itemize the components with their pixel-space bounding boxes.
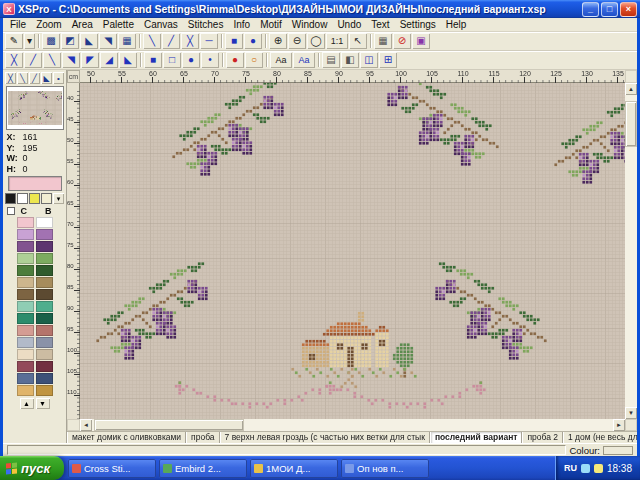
palette-swatch-c-3[interactable] bbox=[17, 253, 34, 264]
quick-swatch-3[interactable] bbox=[41, 193, 52, 204]
tab-0[interactable]: макет домик с оливковками bbox=[67, 432, 186, 443]
vertical-scrollbar[interactable]: ▲ ▼ bbox=[625, 83, 637, 419]
quarter-stitch-tool[interactable]: ◣ bbox=[80, 33, 98, 49]
palette-swatch-c-2[interactable] bbox=[17, 241, 34, 252]
design-canvas[interactable] bbox=[80, 83, 625, 419]
palette-swatch-b-3[interactable] bbox=[36, 253, 53, 264]
palette-swatch-c-9[interactable] bbox=[17, 325, 34, 336]
menu-palette[interactable]: Palette bbox=[98, 19, 139, 30]
solid-block-tool[interactable]: ■ bbox=[225, 33, 243, 49]
text-style-button[interactable]: Aa bbox=[293, 52, 315, 68]
menu-help[interactable]: Help bbox=[441, 19, 472, 30]
quick-swatch-1[interactable] bbox=[17, 193, 28, 204]
maximize-button[interactable]: □ bbox=[601, 2, 618, 17]
zoom-out-button[interactable]: ⊖ bbox=[288, 33, 306, 49]
horizontal-scrollbar[interactable]: ◄ ► bbox=[80, 419, 625, 431]
palette-swatch-b-4[interactable] bbox=[36, 265, 53, 276]
scroll-down-button[interactable]: ▼ bbox=[625, 407, 637, 419]
half-bottom-stitch-button[interactable]: ╲ bbox=[43, 52, 61, 68]
quarter-sw-button[interactable]: ◣ bbox=[119, 52, 137, 68]
task-button-1[interactable]: Embird 2... bbox=[159, 459, 247, 478]
zoom-area-button[interactable]: ◯ bbox=[307, 33, 325, 49]
menu-zoom[interactable]: Zoom bbox=[31, 19, 67, 30]
tab-4[interactable]: проба 2 bbox=[522, 432, 563, 443]
palette-editor-button[interactable]: ▤ bbox=[322, 52, 340, 68]
menu-window[interactable]: Window bbox=[287, 19, 333, 30]
palette-swatch-c-4[interactable] bbox=[17, 265, 34, 276]
straight-stitch-tool[interactable]: ─ bbox=[200, 33, 218, 49]
task-button-3[interactable]: Оп нов п... bbox=[341, 459, 429, 478]
horizontal-scroll-thumb[interactable] bbox=[94, 419, 244, 431]
palette-swatch-b-12[interactable] bbox=[36, 361, 53, 372]
half-stitch-tool[interactable]: ◩ bbox=[61, 33, 79, 49]
current-color-swatch[interactable] bbox=[8, 176, 62, 191]
motif-library-button[interactable]: ▣ bbox=[412, 33, 430, 49]
palette-swatch-b-9[interactable] bbox=[36, 325, 53, 336]
palette-swatch-b-1[interactable] bbox=[36, 229, 53, 240]
french-knot-tool[interactable]: ● bbox=[244, 33, 262, 49]
palette-swatch-b-14[interactable] bbox=[36, 385, 53, 396]
backstitch-nw-tool[interactable]: ╲ bbox=[143, 33, 161, 49]
red-knot-button[interactable]: ● bbox=[226, 52, 244, 68]
pencil-dropdown[interactable]: ▾ bbox=[24, 33, 35, 49]
vertical-scroll-track[interactable] bbox=[625, 95, 637, 407]
quick-swatch-2[interactable] bbox=[29, 193, 40, 204]
backstitch-ne-tool[interactable]: ╱ bbox=[162, 33, 180, 49]
palette-swatch-b-11[interactable] bbox=[36, 349, 53, 360]
palette-swatch-c-13[interactable] bbox=[17, 373, 34, 384]
menu-file[interactable]: File bbox=[5, 19, 31, 30]
menu-area[interactable]: Area bbox=[67, 19, 98, 30]
palette-swatch-c-10[interactable] bbox=[17, 337, 34, 348]
menu-stitches[interactable]: Stitches bbox=[183, 19, 229, 30]
scroll-up-button[interactable]: ▲ bbox=[625, 83, 637, 95]
palette-swatch-c-7[interactable] bbox=[17, 301, 34, 312]
pencil-tool[interactable]: ✎ bbox=[5, 33, 23, 49]
titlebar[interactable]: X XSPro - C:\Documents and Settings\Rimm… bbox=[0, 0, 640, 18]
horizontal-scroll-track[interactable] bbox=[92, 419, 613, 431]
palette-swatch-b-0[interactable] bbox=[36, 217, 53, 228]
zoom-actual-button[interactable]: 1:1 bbox=[326, 33, 348, 49]
task-button-2[interactable]: 1МОИ Д... bbox=[250, 459, 338, 478]
quick-swatch-0[interactable] bbox=[5, 193, 16, 204]
backstitch-cross-tool[interactable]: ╳ bbox=[181, 33, 199, 49]
quarter-ne-button[interactable]: ◥ bbox=[62, 52, 80, 68]
palette-swatch-b-6[interactable] bbox=[36, 289, 53, 300]
palette-swatch-c-6[interactable] bbox=[17, 289, 34, 300]
petite-stitch-tool[interactable]: ▦ bbox=[118, 33, 136, 49]
delete-tool[interactable]: ⊘ bbox=[393, 33, 411, 49]
large-knot-button[interactable]: ● bbox=[182, 52, 200, 68]
palette-swatch-b-13[interactable] bbox=[36, 373, 53, 384]
grid-toggle-button[interactable]: ▦ bbox=[374, 33, 392, 49]
menu-undo[interactable]: Undo bbox=[332, 19, 366, 30]
palette-swatch-c-11[interactable] bbox=[17, 349, 34, 360]
menu-text[interactable]: Text bbox=[366, 19, 394, 30]
task-button-0[interactable]: Cross Sti... bbox=[68, 459, 156, 478]
menu-canvas[interactable]: Canvas bbox=[139, 19, 183, 30]
zoom-in-button[interactable]: ⊕ bbox=[269, 33, 287, 49]
filled-square-button[interactable]: ■ bbox=[144, 52, 162, 68]
tab-1[interactable]: проба bbox=[186, 432, 219, 443]
mini-knot-button[interactable]: • bbox=[53, 72, 64, 84]
import-stitch-button[interactable]: ⊞ bbox=[379, 52, 397, 68]
mini-quarter-button[interactable]: ◣ bbox=[41, 72, 52, 84]
close-button[interactable]: × bbox=[620, 2, 637, 17]
palette-swatch-c-14[interactable] bbox=[17, 385, 34, 396]
palette-swatch-c-8[interactable] bbox=[17, 313, 34, 324]
menu-motif[interactable]: Motif bbox=[255, 19, 287, 30]
scroll-right-button[interactable]: ► bbox=[613, 419, 625, 431]
palette-swatch-c-5[interactable] bbox=[17, 277, 34, 288]
tab-2[interactable]: 7 верхн левая гроздь (с частью них ветки… bbox=[220, 432, 430, 443]
mini-backstitch-ne-button[interactable]: ╱ bbox=[29, 72, 40, 84]
mini-cross-button[interactable]: ╳ bbox=[5, 72, 16, 84]
outline-square-button[interactable]: □ bbox=[163, 52, 181, 68]
palette-scroll-up-button[interactable]: ▲ bbox=[20, 398, 34, 409]
language-indicator[interactable]: RU bbox=[564, 463, 577, 473]
full-stitch-tool[interactable]: ▩ bbox=[42, 33, 60, 49]
half-top-stitch-button[interactable]: ╱ bbox=[24, 52, 42, 68]
start-button[interactable]: пуск bbox=[0, 456, 64, 480]
mini-backstitch-nw-button[interactable]: ╲ bbox=[17, 72, 28, 84]
palette-swatch-c-1[interactable] bbox=[17, 229, 34, 240]
tab-5[interactable]: 1 дом (не весь для стыковки) bbox=[563, 432, 637, 443]
vertical-scroll-thumb[interactable] bbox=[625, 101, 637, 147]
palette-swatch-c-0[interactable] bbox=[17, 217, 34, 228]
